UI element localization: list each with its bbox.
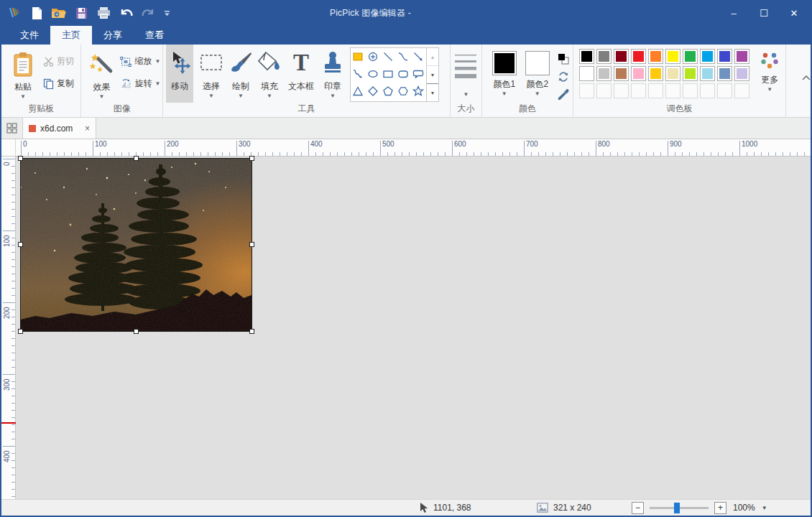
selection-handle-sw[interactable] [18,329,23,334]
shape-rounded-rectangle[interactable] [396,65,411,83]
palette-swatch-a349a4[interactable] [734,49,749,64]
palette-swatch-empty[interactable] [700,83,715,98]
size-dropdown-caret[interactable]: ▼ [463,92,469,98]
stamp-tool-button[interactable]: 印章 ▼ [318,45,347,103]
shape-curve[interactable] [396,48,411,65]
palette-swatch-efe4b0[interactable] [665,66,680,81]
selection-handle-se[interactable] [249,329,254,334]
palette-swatch-empty[interactable] [614,83,629,98]
shape-pentagon[interactable] [381,83,396,100]
selection-handle-nw[interactable] [18,156,23,161]
zoom-level-value[interactable]: 100% [733,503,755,513]
palette-swatch-empty[interactable] [683,83,698,98]
shape-speech-bubble[interactable] [411,65,426,83]
more-colors-button[interactable]: 更多 ▼ [754,45,785,93]
palette-swatch-empty[interactable] [648,83,663,98]
palette-swatch-00a2e8[interactable] [700,49,715,64]
palette-swatch-7f7f7f[interactable] [596,49,612,64]
palette-swatch-empty[interactable] [579,83,594,98]
effects-button[interactable]: 效果 ▼ [86,48,117,100]
shapes-more-button[interactable]: ▼ [427,83,438,101]
canvas-workspace[interactable]: 0100200300400 [1,157,811,499]
rotate-button[interactable]: 旋转 ▼ [120,78,160,90]
palette-swatch-3f48cc[interactable] [717,49,732,64]
document-tab-close-icon[interactable]: × [85,124,90,134]
tab-home[interactable]: 主页 [50,26,92,45]
undo-icon[interactable] [117,4,134,22]
eyedropper-icon[interactable] [557,88,570,101]
maximize-button[interactable]: ☐ [749,0,779,26]
qat-more-icon[interactable] [162,4,172,22]
canvas-image[interactable] [21,159,252,331]
selection-handle-w[interactable] [18,242,23,247]
tab-view[interactable]: 查看 [134,26,175,45]
palette-swatch-empty[interactable] [631,83,646,98]
palette-swatch-880015[interactable] [614,49,629,64]
palette-swatch-000000[interactable] [579,49,594,64]
move-tool-button[interactable]: 移动 [166,45,193,103]
shape-filled-rectangle[interactable] [351,48,366,65]
palette-swatch-ed1c24[interactable] [631,49,646,64]
zoom-level-caret[interactable]: ▼ [762,505,767,511]
shape-diamond[interactable] [366,83,381,100]
palette-swatch-ff7f27[interactable] [648,49,663,64]
select-tool-button[interactable]: 选择 ▼ [196,45,226,103]
open-folder-icon[interactable] [50,4,68,22]
palette-swatch-c8bfe7[interactable] [734,66,749,81]
palette-swatch-ffc90e[interactable] [648,66,663,81]
palette-swatch-c3c3c3[interactable] [596,66,612,81]
palette-swatch-empty[interactable] [717,83,732,98]
palette-swatch-fff200[interactable] [665,49,680,64]
zoom-slider-handle[interactable] [674,503,680,513]
minimize-button[interactable]: – [719,0,749,26]
paste-button[interactable]: 粘贴 ▼ [7,48,39,100]
shapes-scroll-down[interactable]: ▼ [427,66,438,84]
shape-line[interactable] [381,48,396,65]
print-icon[interactable] [95,4,112,22]
palette-swatch-ffffff[interactable] [579,66,594,81]
line-size-icon[interactable] [455,53,476,79]
zoom-in-button[interactable]: + [714,502,726,514]
shape-triangle[interactable] [351,83,366,100]
redo-icon[interactable] [139,4,157,22]
color2-button[interactable]: 颜色2 ▼ [521,48,554,97]
palette-swatch-empty[interactable] [734,83,749,98]
shape-ellipse[interactable] [366,65,381,83]
selection-handle-ne[interactable] [249,156,254,161]
zoom-slider[interactable] [650,507,709,509]
palette-swatch-ffaec9[interactable] [631,66,646,81]
resize-button[interactable]: 缩放 ▼ [120,55,160,67]
draw-tool-button[interactable]: 绘制 ▼ [226,45,255,103]
save-icon[interactable] [73,4,90,22]
palette-swatch-99d9ea[interactable] [700,66,715,81]
tab-file[interactable]: 文件 [9,26,50,45]
close-button[interactable]: ✕ [779,0,809,26]
palette-swatch-7092be[interactable] [717,66,732,81]
palette-swatch-empty[interactable] [596,83,612,98]
palette-swatch-22b14c[interactable] [683,49,698,64]
selection-handle-e[interactable] [249,242,254,247]
tab-list-grid-icon[interactable] [1,118,23,139]
shape-squiggle-arrow[interactable] [351,65,366,83]
shape-star[interactable] [411,83,426,100]
shape-arrow[interactable] [411,48,426,65]
collapse-ribbon-button[interactable] [786,45,811,117]
palette-swatch-b5e61d[interactable] [683,66,698,81]
textbox-tool-button[interactable]: T 文本框 [284,45,318,103]
new-file-icon[interactable] [28,4,45,22]
cut-button[interactable]: 剪切 [43,55,74,67]
shape-circle-plus[interactable] [366,48,381,65]
palette-swatch-b97a57[interactable] [614,66,629,81]
copy-button[interactable]: 复制 [43,78,74,90]
tab-share[interactable]: 分享 [92,26,134,45]
selection-handle-n[interactable] [134,156,139,161]
sync-colors-icon[interactable] [557,70,570,83]
shape-hexagon[interactable] [396,83,411,100]
selection-handle-s[interactable] [134,329,139,334]
fill-tool-button[interactable]: 填充 ▼ [255,45,284,103]
shape-rectangle[interactable] [381,65,396,83]
shapes-scroll-up[interactable]: ▲ [427,48,438,66]
document-tab[interactable]: x6d.com × [23,118,96,139]
color1-button[interactable]: 颜色1 ▼ [488,48,521,97]
palette-swatch-empty[interactable] [665,83,680,98]
